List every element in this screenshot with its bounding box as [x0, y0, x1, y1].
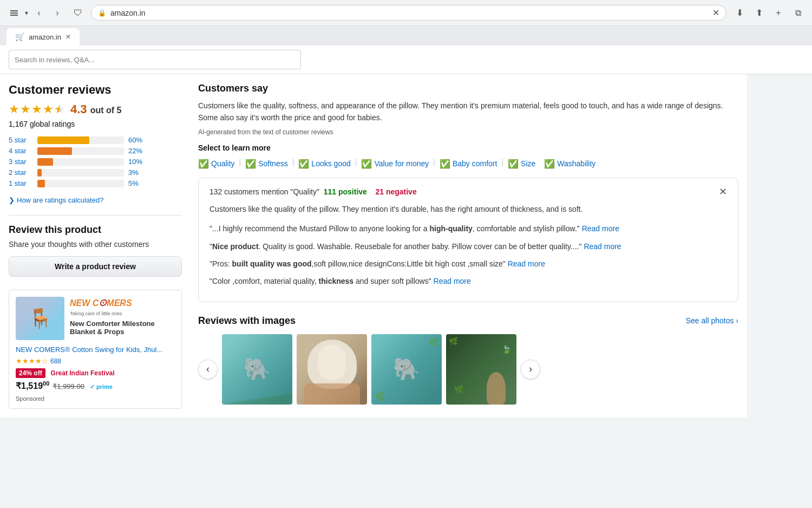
brand-logo-o: ⊙ [99, 297, 107, 308]
sponsored-product-inner: 🪑 NEW C⊙MERS Taking care of little ones … [16, 297, 175, 340]
gallery-image-3[interactable]: 🐘 🌿 🌿 [371, 334, 442, 405]
3star-label[interactable]: 3 star [9, 158, 33, 166]
reviews-images-header: Reviews with images See all photos › [198, 315, 738, 327]
customers-say-summary: Customers like the quality, softness, an… [198, 100, 738, 124]
browser-actions: ⬇ ⬆ + ⧉ [732, 5, 806, 21]
quality-label: Quality [211, 159, 235, 168]
download-icon[interactable]: ⬇ [732, 5, 747, 21]
topic-quality[interactable]: ✅ Quality [198, 158, 235, 170]
softness-label: Softness [258, 159, 287, 168]
washability-label: Washability [557, 159, 595, 168]
3star-percent[interactable]: 10% [128, 158, 147, 166]
topic-washability[interactable]: ✅ Washability [544, 158, 595, 170]
browser-chrome: ▾ ‹ › 🛡 🔒 amazon.in ✕ ⬇ ⬆ + ⧉ [0, 0, 812, 26]
quality-info-box: 132 customers mention "Quality" 111 posi… [198, 178, 738, 302]
sponsored-rating-count[interactable]: 688 [50, 357, 61, 365]
topic-looks-good[interactable]: ✅ Looks good [298, 158, 350, 170]
customers-say-section: Customers say Customers like the quality… [198, 83, 738, 170]
separator-5: | [501, 158, 503, 170]
gallery-image-2[interactable] [297, 334, 367, 405]
gallery-image-1[interactable]: 🐘 [222, 334, 292, 405]
sponsored-product-full-name[interactable]: NEW COMERS® Cotton Swing for Kids, Jhul.… [16, 346, 175, 354]
sponsored-product-info: NEW C⊙MERS Taking care of little ones Ne… [70, 297, 175, 340]
quality-box-header: 132 customers mention "Quality" 111 posi… [209, 187, 727, 197]
tabs-overview-icon[interactable]: ⧉ [790, 5, 806, 21]
size-check-icon: ✅ [508, 159, 519, 169]
looks-check-icon: ✅ [298, 159, 309, 169]
topic-baby-comfort[interactable]: ✅ Baby comfort [440, 158, 497, 170]
image-gallery: ‹ 🐘 [198, 334, 738, 405]
svg-rect-0 [10, 10, 18, 11]
review-product-section: Review this product Share your thoughts … [9, 224, 182, 277]
left-column: Customer reviews ★ ★ ★ ★ ★ ★ 4.3 [9, 83, 193, 409]
customer-reviews-title: Customer reviews [9, 83, 182, 97]
quote-3-text: "Pros: built quality was good,soft pillo… [209, 259, 508, 268]
5star-bar-container [37, 136, 124, 144]
read-more-2[interactable]: Read more [584, 242, 621, 251]
price-row: ₹1,51900 ₹1,999.00 ✓ prime [16, 380, 175, 391]
sponsored-product-image: 🪑 [16, 297, 64, 340]
5star-bar-fill [37, 136, 89, 144]
see-all-photos-link[interactable]: See all photos › [686, 316, 738, 325]
topic-value-for-money[interactable]: ✅ Value for money [361, 158, 429, 170]
read-more-1[interactable]: Read more [582, 224, 619, 233]
review-quote-2: "Nice product. Quality is good. Washable… [209, 240, 727, 252]
discount-badge: 24% off [16, 368, 45, 378]
url-text: amazon.in [110, 9, 146, 17]
out-of-label: out of 5 [90, 106, 122, 115]
forward-button[interactable]: › [50, 5, 65, 21]
5star-percent[interactable]: 60% [128, 136, 147, 144]
how-calculated-link[interactable]: ❯ How are ratings calculated? [9, 196, 182, 204]
tab-favicon: 🛒 [15, 32, 24, 41]
tab-close-button[interactable]: ✕ [66, 33, 71, 41]
back-button[interactable]: ‹ [31, 5, 47, 21]
topic-size[interactable]: ✅ Size [508, 158, 535, 170]
star-half: ★ ★ [54, 102, 65, 116]
topic-softness[interactable]: ✅ Softness [245, 158, 287, 170]
star-1: ★ [9, 102, 19, 116]
separator-1: | [239, 158, 241, 170]
address-bar[interactable]: 🔒 amazon.in ✕ [91, 5, 726, 21]
2star-percent[interactable]: 3% [128, 168, 147, 177]
write-review-button[interactable]: Write a product review [9, 256, 182, 277]
value-for-money-label: Value for money [374, 159, 429, 168]
3star-bar-container [37, 158, 124, 166]
baby-comfort-label: Baby comfort [453, 159, 497, 168]
quote-2-text: "Nice product. Quality is good. Washable… [209, 242, 584, 251]
4star-bar-container [37, 147, 124, 155]
chevron-down-icon: ❯ [9, 196, 15, 204]
customers-say-title: Customers say [198, 83, 738, 94]
review-product-title: Review this product [9, 224, 182, 236]
gallery-image-4[interactable]: 🌿 🍃 🌿 [446, 334, 516, 405]
share-icon[interactable]: ⬆ [751, 5, 767, 21]
read-more-3[interactable]: Read more [508, 259, 545, 268]
looks-good-label: Looks good [311, 159, 350, 168]
gallery-prev-button[interactable]: ‹ [198, 360, 218, 379]
1star-label[interactable]: 1 star [9, 179, 33, 187]
nav-buttons: ▾ ‹ › [6, 5, 65, 21]
dropdown-icon[interactable]: ▾ [25, 9, 28, 17]
quality-box-close-button[interactable]: ✕ [719, 187, 727, 197]
positive-count: 111 positive [324, 187, 367, 196]
sponsored-product-stars-row: ★★★★☆ 688 [16, 357, 175, 365]
new-tab-icon[interactable]: + [771, 5, 786, 21]
svg-rect-2 [10, 15, 18, 16]
4star-label[interactable]: 4 star [9, 147, 33, 155]
close-tab-button[interactable]: ✕ [712, 8, 719, 18]
discount-row: 24% off Great Indian Festival [16, 368, 175, 378]
main-content: Customer reviews ★ ★ ★ ★ ★ ★ 4.3 [0, 74, 747, 418]
5star-label[interactable]: 5 star [9, 136, 33, 144]
4star-percent[interactable]: 22% [128, 147, 147, 155]
separator-3: | [355, 158, 357, 170]
gallery-next-button[interactable]: › [521, 360, 540, 379]
review-search-input[interactable] [9, 50, 301, 69]
star-2: ★ [20, 102, 31, 116]
1star-percent[interactable]: 5% [128, 179, 147, 187]
2star-label[interactable]: 2 star [9, 168, 33, 177]
browser-tab[interactable]: 🛒 amazon.in ✕ [6, 28, 80, 45]
3star-bar-fill [37, 158, 53, 166]
sidebar-toggle-button[interactable] [6, 5, 22, 21]
rating-bars: 5 star 60% 4 star 22% [9, 136, 182, 187]
shield-icon[interactable]: 🛡 [70, 5, 86, 21]
read-more-4[interactable]: Read more [434, 277, 471, 285]
